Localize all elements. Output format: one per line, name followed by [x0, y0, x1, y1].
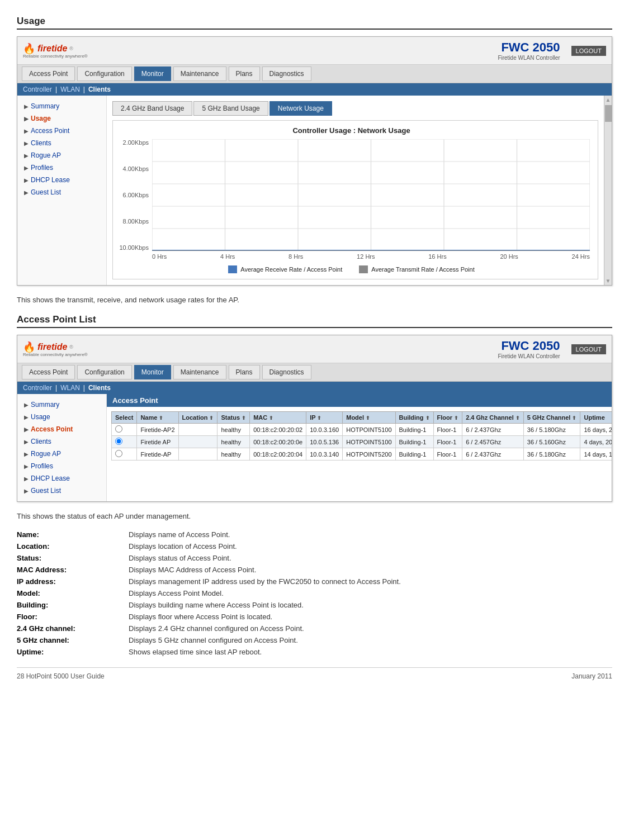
arrow-icon: ▶	[24, 451, 29, 457]
th-model[interactable]: Model ⬆	[343, 412, 395, 424]
field-mac-desc: Displays MAC Address of Access Point.	[129, 566, 612, 574]
td-select-1[interactable]	[112, 424, 137, 436]
ap-sidebar-rogue-ap[interactable]: ▶ Rogue AP	[17, 448, 106, 460]
td-status-1: healthy	[217, 424, 250, 436]
ap-sidebar-guest-list[interactable]: ▶ Guest List	[17, 485, 106, 497]
td-model-2: HOTPOINT5100	[343, 436, 395, 448]
arrow-icon: ▶	[24, 140, 29, 146]
ap-sidebar-dhcp-lease[interactable]: ▶ DHCP Lease	[17, 472, 106, 485]
nav-configuration[interactable]: Configuration	[77, 67, 131, 81]
scroll-thumb[interactable]	[605, 105, 612, 122]
sidebar-guest-label: Guest List	[31, 188, 61, 196]
ap-sidebar-access-point[interactable]: ▶ Access Point	[17, 423, 106, 435]
field-floor-desc: Displays floor where Access Point is loc…	[129, 613, 612, 621]
logout-button[interactable]: LOGOUT	[571, 46, 606, 56]
td-select-2[interactable]	[112, 436, 137, 448]
usage-content: ▶ Summary ▶ Usage ▶ Access Point ▶ Clien…	[17, 96, 612, 285]
th-ip[interactable]: IP ⬆	[306, 412, 343, 424]
y-axis: 10.00Kbps 8.00Kbps 6.00Kbps 4.00Kbps 2.0…	[113, 139, 152, 251]
ap-sidebar-guest-label: Guest List	[31, 487, 61, 495]
crumb-wlan[interactable]: WLAN	[60, 86, 80, 93]
legend-transmit-box	[359, 265, 368, 273]
td-mac-3: 00:18:c2:00:20:04	[250, 448, 306, 461]
th-location[interactable]: Location ⬆	[178, 412, 217, 424]
sidebar-dhcp-lease[interactable]: ▶ DHCP Lease	[17, 174, 106, 186]
sidebar-profiles[interactable]: ▶ Profiles	[17, 162, 106, 174]
sidebar-guest-list[interactable]: ▶ Guest List	[17, 186, 106, 198]
th-status[interactable]: Status ⬆	[217, 412, 250, 424]
x-16: 16 Hrs	[428, 253, 446, 260]
th-uptime[interactable]: Uptime	[580, 412, 612, 424]
td-floor-1: Floor-1	[433, 424, 462, 436]
fwc-model: FWC 2050	[498, 40, 560, 55]
th-floor[interactable]: Floor ⬆	[433, 412, 462, 424]
nav-plans[interactable]: Plans	[229, 67, 260, 81]
sidebar-summary-label: Summary	[31, 102, 59, 110]
x-20: 20 Hrs	[500, 253, 518, 260]
legend-transmit-label: Average Transmit Rate / Access Point	[371, 266, 474, 273]
radio-1[interactable]	[115, 425, 122, 433]
arrow-icon: ▶	[24, 414, 29, 420]
ap-sidebar-ap-label: Access Point	[31, 425, 73, 433]
sidebar-profiles-label: Profiles	[31, 164, 53, 172]
ap-nav-diagnostics[interactable]: Diagnostics	[262, 365, 311, 379]
th-mac[interactable]: MAC ⬆	[250, 412, 306, 424]
chart-scrollbar[interactable]: ▲ ▼	[604, 96, 612, 285]
ap-table: Select Name ⬆ Location ⬆ Status ⬆ MAC ⬆ …	[111, 411, 612, 461]
td-name-3: Firetide-AP	[137, 448, 178, 461]
th-select[interactable]: Select	[112, 412, 137, 424]
crumb-clients[interactable]: Clients	[88, 86, 111, 93]
td-ip-3: 10.0.3.140	[306, 448, 343, 461]
sidebar-dhcp-label: DHCP Lease	[31, 176, 70, 184]
ap-crumb-controller[interactable]: Controller	[23, 384, 52, 392]
field-location-label: Location:	[17, 542, 129, 550]
sidebar-access-point[interactable]: ▶ Access Point	[17, 125, 106, 137]
ap-nav-monitor[interactable]: Monitor	[134, 365, 171, 379]
radio-2[interactable]	[115, 438, 122, 445]
nav-access-point[interactable]: Access Point	[22, 67, 75, 81]
field-mac-label: MAC Address:	[17, 566, 129, 574]
x-0: 0 Hrs	[152, 253, 167, 260]
radio-3[interactable]	[115, 450, 122, 457]
ap-nav-maintenance[interactable]: Maintenance	[173, 365, 226, 379]
td-ch24-2: 6 / 2.457Ghz	[462, 436, 524, 448]
sidebar-clients[interactable]: ▶ Clients	[17, 137, 106, 149]
field-model-desc: Displays Access Point Model.	[129, 589, 612, 597]
nav-diagnostics[interactable]: Diagnostics	[262, 67, 311, 81]
ap-nav-configuration[interactable]: Configuration	[77, 365, 131, 379]
sidebar-usage[interactable]: ▶ Usage	[17, 112, 106, 125]
field-model: Model: Displays Access Point Model.	[17, 589, 612, 597]
nav-monitor[interactable]: Monitor	[134, 67, 171, 81]
ap-sidebar-summary[interactable]: ▶ Summary	[17, 398, 106, 411]
nav-maintenance[interactable]: Maintenance	[173, 67, 226, 81]
tab-24ghz[interactable]: 2.4 GHz Band Usage	[112, 101, 192, 116]
th-ch5[interactable]: 5 GHz Channel ⬆	[523, 412, 580, 424]
ap-nav-access-point[interactable]: Access Point	[22, 365, 75, 379]
ap-sidebar-clients[interactable]: ▶ Clients	[17, 435, 106, 448]
ap-content: ▶ Summary ▶ Usage ▶ Access Point ▶ Clien…	[17, 394, 612, 501]
tab-network[interactable]: Network Usage	[269, 101, 332, 116]
sidebar-rogue-ap[interactable]: ▶ Rogue AP	[17, 149, 106, 162]
td-name-1: Firetide-AP2	[137, 424, 178, 436]
chart-svg	[152, 139, 590, 251]
ap-sidebar-usage[interactable]: ▶ Usage	[17, 411, 106, 423]
ap-nav-plans[interactable]: Plans	[229, 365, 260, 379]
th-ch24[interactable]: 2.4 Ghz Channel ⬆	[462, 412, 524, 424]
ap-crumb-clients[interactable]: Clients	[88, 384, 111, 392]
td-select-3[interactable]	[112, 448, 137, 461]
td-ch5-1: 36 / 5.180Ghz	[523, 424, 580, 436]
th-building[interactable]: Building ⬆	[395, 412, 433, 424]
ap-logout-button[interactable]: LOGOUT	[571, 344, 606, 354]
arrow-icon: ▶	[24, 426, 29, 433]
crumb-controller[interactable]: Controller	[23, 86, 52, 93]
td-ip-2: 10.0.5.136	[306, 436, 343, 448]
ap-sidebar-clients-label: Clients	[31, 438, 51, 445]
tab-5ghz[interactable]: 5 GHz Band Usage	[193, 101, 268, 116]
th-name[interactable]: Name ⬆	[137, 412, 178, 424]
td-ch5-3: 36 / 5.180Ghz	[523, 448, 580, 461]
td-mac-2: 00:18:c2:00:20:0e	[250, 436, 306, 448]
ap-sidebar-profiles[interactable]: ▶ Profiles	[17, 460, 106, 472]
ap-crumb-wlan[interactable]: WLAN	[60, 384, 80, 392]
sidebar-summary[interactable]: ▶ Summary	[17, 100, 106, 112]
td-ch24-3: 6 / 2.437Ghz	[462, 448, 524, 461]
